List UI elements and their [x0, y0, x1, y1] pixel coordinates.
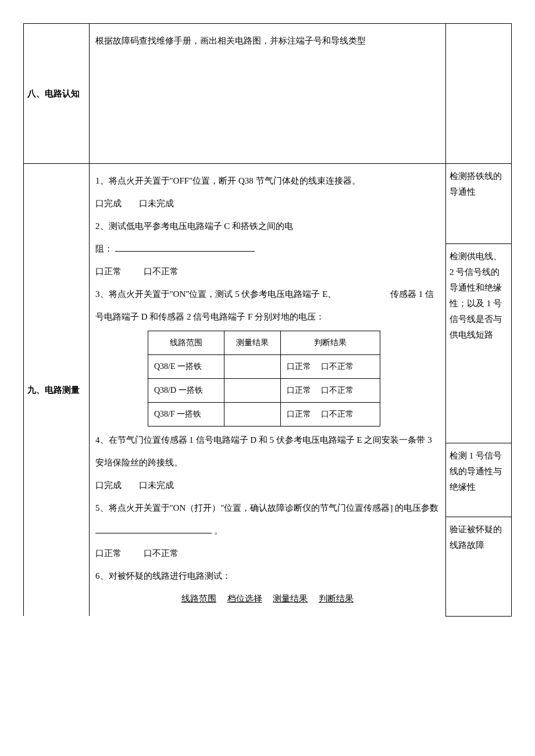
note-cell-1: 检测搭铁线的导通性	[446, 164, 512, 244]
step-5-checkboxes: 口正常 口不正常	[95, 542, 440, 565]
row-section-9a: 九、电路测量 1、将点火开关置于"OFF"位置，断开 Q38 节气门体处的线束连…	[24, 164, 512, 244]
cell-result-d[interactable]	[224, 379, 281, 403]
section-8-notes	[446, 24, 512, 164]
step-2-checkboxes: 口正常 口不正常	[95, 260, 440, 283]
cell-result-f[interactable]	[224, 403, 281, 427]
checkbox-normal[interactable]: 口正常	[95, 549, 122, 558]
checkbox-normal[interactable]: 口正常	[287, 362, 311, 371]
checkbox-abnormal[interactable]: 口不正常	[144, 549, 179, 558]
row-section-8: 八、电路认知 根据故障码查找维修手册，画出相关电路图，并标注端子号和导线类型	[24, 24, 512, 164]
th2-result: 测量结果	[273, 594, 308, 603]
cell-judge-f: 口正常 口不正常	[280, 403, 380, 427]
note-3-text: 检测 1 号信号线的导通性与绝缘性	[450, 451, 502, 492]
step-1: 1、将点火开关置于"OFF"位置，断开 Q38 节气门体处的线束连接器。	[95, 170, 440, 192]
th2-judge: 判断结果	[319, 594, 354, 603]
th2-gear: 档位选择	[227, 594, 262, 603]
checkbox-abnormal[interactable]: 口不正常	[321, 410, 354, 418]
table-row: Q38/D 一搭铁 口正常 口不正常	[148, 379, 380, 403]
section-8-title: 八、电路认知	[24, 24, 90, 164]
section-9-title: 九、电路测量	[24, 164, 90, 617]
step-2-label: 阻：	[95, 244, 113, 253]
step-3-line1: 传感器 1 信 3、将点火开关置于"ON"位置，测试 5 伏参考电压电路端子 E…	[95, 283, 440, 306]
note-4-text: 验证被怀疑的线路故障	[450, 525, 502, 550]
table-header-row: 线路范围 测量结果 判断结果	[148, 331, 380, 355]
step-4: 4、在节气门位置传感器 1 信号电路端子 D 和 5 伏参考电压电路端子 E 之…	[95, 429, 440, 474]
checkbox-undone[interactable]: 口未完成	[139, 481, 174, 490]
worksheet-table: 八、电路认知 根据故障码查找维修手册，画出相关电路图，并标注端子号和导线类型 九…	[23, 23, 512, 617]
checkbox-normal[interactable]: 口正常	[287, 410, 311, 418]
section-8-content-cell: 根据故障码查找维修手册，画出相关电路图，并标注端子号和导线类型	[90, 24, 446, 164]
step-5-text: 5、将点火开关置于"ON（打开）"位置，确认故障诊断仪的节气门位置传感器] 的电…	[95, 503, 438, 513]
note-1-text: 检测搭铁线的导通性	[450, 171, 502, 196]
note-cell-3: 检测 1 号信号线的导通性与绝缘性	[446, 443, 512, 517]
cell-range-d: Q38/D 一搭铁	[148, 379, 224, 403]
step-3-text-a: 3、将点火开关置于"ON"位置，测试 5 伏参考电压电路端子 E、	[95, 289, 336, 299]
blank-input-voltage[interactable]	[95, 524, 212, 533]
note-cell-4: 验证被怀疑的线路故障	[446, 517, 512, 616]
checkbox-abnormal[interactable]: 口不正常	[321, 386, 354, 395]
th-line-range: 线路范围	[148, 331, 224, 355]
th2-range: 线路范围	[181, 594, 216, 603]
step-1-checkboxes: 口完成 口未完成	[95, 192, 440, 215]
cell-judge-d: 口正常 口不正常	[280, 379, 380, 403]
th-judge-result: 判断结果	[280, 331, 380, 355]
section-9-content: 1、将点火开关置于"OFF"位置，断开 Q38 节气门体处的线束连接器。 口完成…	[90, 164, 446, 617]
table2-header-line: 线路范围 档位选择 测量结果 判断结果	[95, 587, 440, 610]
step-4-checkboxes: 口完成 口未完成	[95, 474, 440, 497]
checkbox-undone[interactable]: 口未完成	[139, 199, 174, 208]
note-2a-text: 检测供电线、	[450, 249, 508, 264]
step-6: 6、对被怀疑的线路进行电路测试：	[95, 565, 440, 587]
checkbox-done[interactable]: 口完成	[95, 481, 122, 490]
step-5-end: 。	[214, 526, 223, 535]
step-5: 5、将点火开关置于"ON（打开）"位置，确认故障诊断仪的节气门位置传感器] 的电…	[95, 497, 440, 542]
cell-range-e: Q38/E 一搭铁	[148, 355, 224, 379]
measurement-table-1: 线路范围 测量结果 判断结果 Q38/E 一搭铁 口正常 口不正常 Q38/D …	[148, 331, 380, 427]
th-measure-result: 测量结果	[224, 331, 281, 355]
checkbox-abnormal[interactable]: 口不正常	[321, 362, 354, 371]
note-2b-text: 2 号信号线的导通性和绝缘性；以及 1 号信号线是否与供电线短路	[450, 264, 508, 343]
step-3-line2: 号电路端子 D 和传感器 2 信号电路端子 F 分别对地的电压：	[95, 306, 440, 328]
blank-input-resistance[interactable]	[115, 242, 255, 252]
checkbox-normal[interactable]: 口正常	[95, 267, 122, 276]
table-row: Q38/E 一搭铁 口正常 口不正常	[148, 355, 380, 379]
checkbox-done[interactable]: 口完成	[95, 199, 122, 208]
cell-range-f: Q38/F 一搭铁	[148, 403, 224, 427]
table-row: Q38/F 一搭铁 口正常 口不正常	[148, 403, 380, 427]
cell-result-e[interactable]	[224, 355, 281, 379]
step-2-line1: 2、测试低电平参考电压电路端子 C 和搭铁之间的电	[95, 215, 440, 238]
checkbox-normal[interactable]: 口正常	[287, 386, 311, 395]
step-3-float-text: 传感器 1 信	[390, 283, 434, 306]
cell-judge-e: 口正常 口不正常	[280, 355, 380, 379]
note-cell-2: 检测供电线、 2 号信号线的导通性和绝缘性；以及 1 号信号线是否与供电线短路	[446, 243, 512, 443]
step-2-line2: 阻：	[95, 238, 440, 260]
checkbox-abnormal[interactable]: 口不正常	[144, 267, 179, 276]
section-8-instruction: 根据故障码查找维修手册，画出相关电路图，并标注端子号和导线类型	[95, 36, 366, 45]
